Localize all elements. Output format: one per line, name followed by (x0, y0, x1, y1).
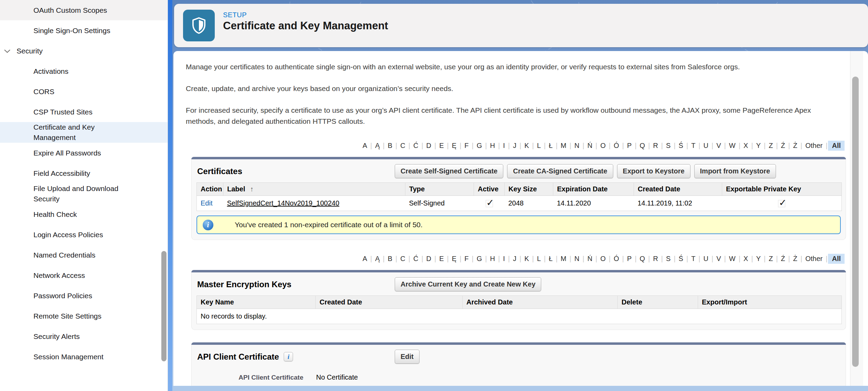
letter-link-[interactable]: Ź (778, 254, 788, 264)
edit-link[interactable]: Edit (201, 199, 212, 207)
letter-link-b[interactable]: B (385, 254, 395, 264)
letter-link-[interactable]: Ą (372, 141, 383, 151)
letter-link-[interactable]: Ś (676, 254, 686, 264)
letter-link-y[interactable]: Y (753, 141, 764, 151)
letter-link-[interactable]: Ń (584, 141, 595, 151)
letter-link-d[interactable]: D (423, 141, 434, 151)
letter-link-k[interactable]: K (521, 254, 532, 264)
letter-link-m[interactable]: M (557, 141, 569, 151)
letter-link-r[interactable]: R (650, 254, 661, 264)
letter-link-i[interactable]: I (500, 254, 508, 264)
letter-link-other[interactable]: Other (802, 254, 826, 264)
column-header-expiration-date[interactable]: Expiration Date (553, 183, 634, 196)
content-scrollbar-track[interactable] (850, 51, 863, 386)
letter-link-n[interactable]: N (571, 254, 582, 264)
sidebar-item-csp-trusted-sites[interactable]: CSP Trusted Sites (0, 102, 168, 122)
letter-link-s[interactable]: S (663, 254, 674, 264)
sidebar-item-remote-site-settings[interactable]: Remote Site Settings (0, 306, 168, 326)
letter-link-j[interactable]: J (510, 254, 519, 264)
letter-link-o[interactable]: O (597, 254, 609, 264)
sidebar-item-health-check[interactable]: Health Check (0, 204, 168, 224)
column-header-key-size[interactable]: Key Size (505, 183, 553, 196)
column-header-type[interactable]: Type (405, 183, 474, 196)
letter-link-[interactable]: Ą (372, 254, 383, 264)
letter-link-d[interactable]: D (423, 254, 434, 264)
letter-link-c[interactable]: C (397, 254, 408, 264)
column-header-archived-date[interactable]: Archived Date (463, 296, 618, 309)
sidebar-item-file-upload-and-download-security[interactable]: File Upload and Download Security (0, 183, 168, 204)
letter-link-a[interactable]: A (360, 141, 370, 151)
letter-link-p[interactable]: P (624, 141, 635, 151)
letter-link-z[interactable]: Z (766, 254, 776, 264)
sidebar-item-certificate-and-key-management[interactable]: Certificate and Key Management (0, 122, 168, 143)
sidebar-item-named-credentials[interactable]: Named Credentials (0, 245, 168, 265)
letter-link-i[interactable]: I (500, 141, 508, 151)
content-scrollbar-thumb[interactable] (852, 77, 859, 367)
letter-link-[interactable]: Ł (546, 141, 556, 151)
certificate-label-link[interactable]: SelfSignedCert_14Nov2019_100240 (227, 199, 340, 207)
sidebar-item-network-access[interactable]: Network Access (0, 265, 168, 285)
letter-link-other[interactable]: Other (802, 141, 826, 151)
letter-link-[interactable]: Ć (410, 254, 421, 264)
letter-link-c[interactable]: C (397, 141, 408, 151)
sidebar-item-single-sign-on-settings[interactable]: Single Sign-On Settings (0, 20, 168, 41)
create-self-signed-certificate-button[interactable]: Create Self-Signed Certificate (395, 164, 503, 178)
column-header-active[interactable]: Active (474, 183, 505, 196)
letter-link-p[interactable]: P (624, 254, 635, 264)
letter-link-n[interactable]: N (571, 141, 582, 151)
letter-link-[interactable]: Ó (610, 141, 622, 151)
letter-link-[interactable]: Ł (546, 254, 556, 264)
letter-link-u[interactable]: U (700, 141, 711, 151)
letter-link-e[interactable]: E (436, 141, 447, 151)
import-from-keystore-button[interactable]: Import from Keystore (694, 164, 776, 178)
sidebar-item-login-access-policies[interactable]: Login Access Policies (0, 224, 168, 245)
letter-link-h[interactable]: H (487, 141, 498, 151)
letter-link-o[interactable]: O (597, 141, 609, 151)
letter-link-k[interactable]: K (521, 141, 532, 151)
column-header-exportable-private-key[interactable]: Exportable Private Key (722, 183, 842, 196)
letter-link-all[interactable]: All (828, 141, 845, 151)
letter-link-x[interactable]: X (740, 141, 751, 151)
sidebar-item-activations[interactable]: Activations (0, 61, 168, 81)
letter-link-y[interactable]: Y (753, 254, 764, 264)
letter-link-t[interactable]: T (688, 254, 698, 264)
column-header-created-date[interactable]: Created Date (634, 183, 722, 196)
letter-link-e[interactable]: E (436, 254, 447, 264)
archive-current-key-and-create-new-key-button[interactable]: Archive Current Key and Create New Key (395, 277, 541, 291)
letter-link-u[interactable]: U (700, 254, 711, 264)
letter-link-[interactable]: Ę (449, 141, 460, 151)
letter-link-z[interactable]: Z (766, 141, 776, 151)
letter-link-[interactable]: Ę (449, 254, 460, 264)
letter-link-v[interactable]: V (713, 254, 724, 264)
sidebar-item-expire-all-passwords[interactable]: Expire All Passwords (0, 143, 168, 163)
column-header-created-date[interactable]: Created Date (316, 296, 463, 309)
letter-link-g[interactable]: G (474, 141, 485, 151)
sidebar-scrollbar-thumb[interactable] (161, 251, 166, 361)
column-header-delete[interactable]: Delete (618, 296, 698, 309)
sidebar-item-security[interactable]: Security (0, 41, 168, 61)
column-header-label[interactable]: Label↑ (223, 183, 405, 196)
letter-link-w[interactable]: W (726, 141, 739, 151)
sidebar-item-session-management[interactable]: Session Management (0, 347, 168, 367)
sidebar-item-cors[interactable]: CORS (0, 81, 168, 102)
letter-link-m[interactable]: M (557, 254, 569, 264)
letter-link-h[interactable]: H (487, 254, 498, 264)
edit-button[interactable]: Edit (395, 350, 420, 364)
sidebar-item-field-accessibility[interactable]: Field Accessibility (0, 163, 168, 183)
letter-link-[interactable]: Ń (584, 254, 595, 264)
letter-link-q[interactable]: Q (637, 141, 648, 151)
letter-link-t[interactable]: T (688, 141, 698, 151)
letter-link-[interactable]: Ó (610, 254, 622, 264)
letter-link-f[interactable]: F (461, 254, 472, 264)
letter-link-j[interactable]: J (510, 141, 519, 151)
letter-link-g[interactable]: G (474, 254, 485, 264)
sidebar-item-oauth-custom-scopes[interactable]: OAuth Custom Scopes (0, 0, 168, 20)
sidebar-item-password-policies[interactable]: Password Policies (0, 285, 168, 306)
column-header-key-name[interactable]: Key Name (197, 296, 316, 309)
letter-link-[interactable]: Ć (410, 141, 421, 151)
letter-link-v[interactable]: V (713, 141, 724, 151)
letter-link-f[interactable]: F (461, 141, 472, 151)
column-header-action[interactable]: Action (197, 183, 223, 196)
info-icon-button[interactable]: i (284, 352, 293, 361)
letter-link-x[interactable]: X (740, 254, 751, 264)
